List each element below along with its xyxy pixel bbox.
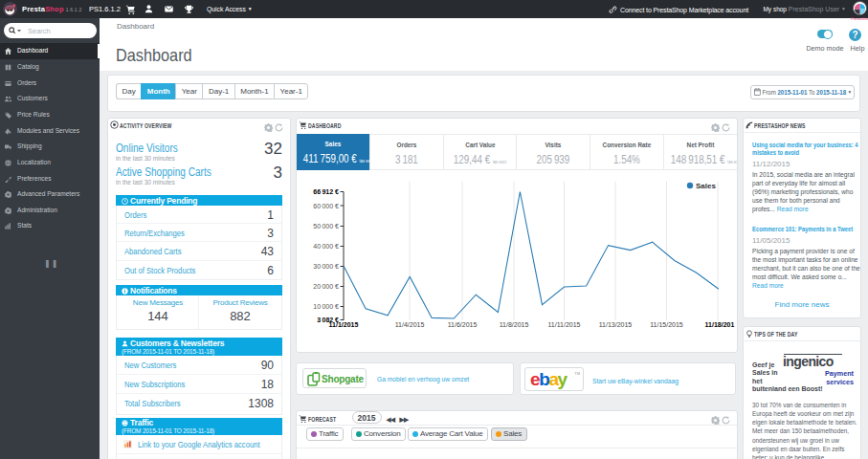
svg-text:Sales: Sales bbox=[696, 182, 716, 190]
svg-text:40 000 €: 40 000 € bbox=[313, 243, 339, 250]
svg-text:66 912 €: 66 912 € bbox=[313, 188, 339, 195]
svg-text:11/6/2015: 11/6/2015 bbox=[448, 321, 478, 328]
svg-text:11/11/2015: 11/11/2015 bbox=[548, 321, 581, 328]
svg-text:11/1/2015: 11/1/2015 bbox=[329, 321, 359, 328]
svg-text:60 000 €: 60 000 € bbox=[313, 203, 339, 209]
svg-text:11/15/2015: 11/15/2015 bbox=[650, 321, 683, 328]
svg-text:11/8/2015: 11/8/2015 bbox=[500, 321, 529, 328]
svg-text:20 000 €: 20 000 € bbox=[313, 283, 339, 290]
svg-text:11/4/2015: 11/4/2015 bbox=[395, 321, 425, 328]
svg-text:11/18/201: 11/18/201 bbox=[705, 321, 735, 328]
svg-text:10 000 €: 10 000 € bbox=[313, 303, 339, 310]
svg-text:11/13/2015: 11/13/2015 bbox=[599, 321, 633, 328]
svg-text:50 000 €: 50 000 € bbox=[313, 223, 339, 230]
svg-text:30 000 €: 30 000 € bbox=[313, 263, 339, 270]
